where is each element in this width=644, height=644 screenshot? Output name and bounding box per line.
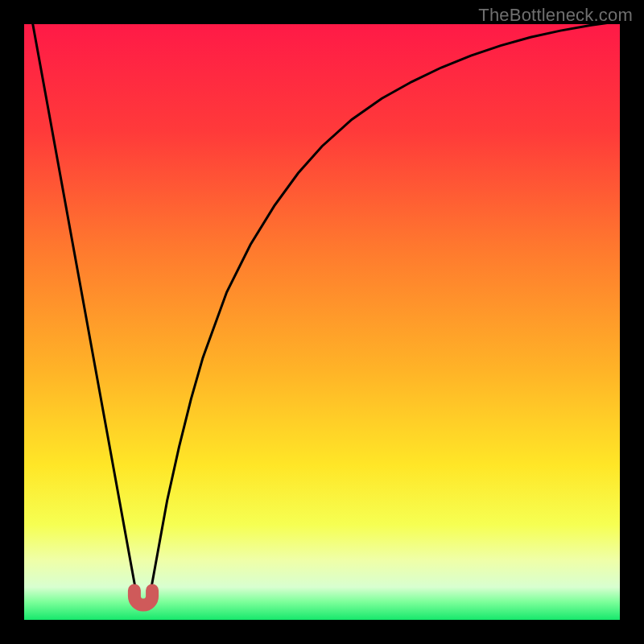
chart-svg	[24, 24, 620, 620]
chart-frame: TheBottleneck.com	[0, 0, 644, 644]
watermark-text: TheBottleneck.com	[478, 5, 633, 26]
gradient-background	[24, 24, 620, 620]
plot-area	[24, 24, 620, 620]
